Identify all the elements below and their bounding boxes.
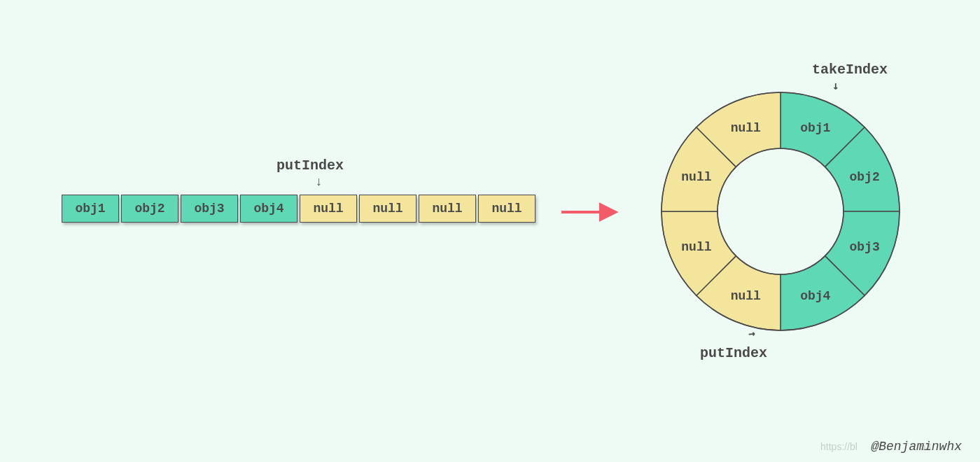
- ring-slot-label: null: [731, 121, 761, 135]
- array-cell: null: [300, 195, 357, 223]
- array-cell: obj1: [62, 195, 119, 223]
- svg-point-2: [718, 148, 844, 274]
- put-index-arrow-linear: ↓: [315, 175, 323, 189]
- array-cell: obj3: [181, 195, 238, 223]
- ring-slot-label: null: [681, 170, 711, 184]
- ring-slot-label: null: [681, 240, 711, 254]
- attribution-text: @Benjaminwhx: [871, 440, 962, 454]
- array-cell: null: [359, 195, 416, 223]
- ring-slot-label: obj4: [800, 289, 830, 303]
- ring-diagram: obj1obj2obj3obj4nullnullnullnull: [654, 85, 906, 337]
- ring-slot-label: obj1: [800, 121, 830, 135]
- array-cell: obj2: [121, 195, 178, 223]
- linear-array: obj1 obj2 obj3 obj4 null null null null: [62, 195, 538, 223]
- put-index-label-ring: putIndex: [700, 345, 767, 361]
- ring-slot-label: obj3: [849, 240, 879, 254]
- array-cell: obj4: [240, 195, 298, 223]
- put-index-label-linear: putIndex: [276, 158, 344, 174]
- take-index-label-ring: takeIndex: [812, 62, 888, 78]
- array-cell: null: [419, 195, 476, 223]
- ring-slot-label: null: [731, 289, 761, 303]
- transition-arrow-icon: [560, 202, 623, 223]
- array-cell: null: [478, 195, 536, 223]
- ring-slot-label: obj2: [849, 170, 879, 184]
